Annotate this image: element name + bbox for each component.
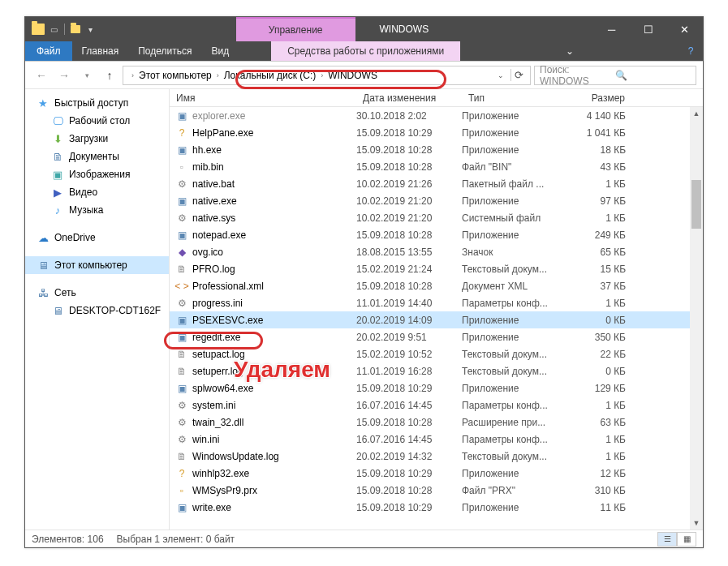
view-icons-button[interactable]: ▦ [677,532,696,547]
file-name: notepad.exe [192,229,356,241]
file-row[interactable]: ⚙progress.ini11.01.2019 14:40Параметры к… [170,294,703,311]
file-row[interactable]: ⚙twain_32.dll15.09.2018 10:28Расширение … [170,414,703,431]
column-size[interactable]: Размер [567,92,632,104]
file-type: Текстовый докум... [462,349,567,360]
file-row[interactable]: ?winhlp32.exe15.09.2018 10:29Приложение1… [170,465,703,482]
nav-network-host[interactable]: 🖥DESKTOP-CDT162F [25,302,169,319]
scroll-down-icon[interactable]: ▼ [690,517,703,530]
qat-properties-icon[interactable]: ▭ [48,24,59,35]
file-row[interactable]: ⚙win.ini16.07.2016 14:45Параметры конф..… [170,431,703,448]
column-type[interactable]: Тип [462,92,567,104]
ribbon-help-icon[interactable]: ? [678,41,703,61]
search-input[interactable]: Поиск: WINDOWS 🔍 [534,66,696,85]
nav-downloads[interactable]: ⬇Загрузки [25,130,169,148]
file-row[interactable]: 🗎PFRO.log15.02.2019 21:24Текстовый докум… [170,260,703,277]
nav-desktop[interactable]: 🖵Рабочий стол [25,112,169,130]
nav-pictures[interactable]: ▣Изображения [25,165,169,183]
refresh-button[interactable]: ⟳ [510,69,527,81]
file-icon: ⚙ [174,399,189,412]
address-bar[interactable]: › Этот компьютер › Локальный диск (C:) ›… [123,66,531,85]
file-tab[interactable]: Файл [25,41,72,61]
file-type: Параметры конф... [462,298,567,309]
file-row[interactable]: ▣write.exe15.09.2018 10:29Приложение11 К… [170,499,703,516]
nav-up-button[interactable]: ↑ [100,66,119,85]
music-icon: ♪ [51,204,64,217]
file-name: hh.exe [192,144,356,156]
nav-network[interactable]: 🖧Сеть [25,284,169,302]
file-date: 20.02.2019 14:32 [356,451,462,462]
qat-new-folder-icon[interactable] [70,24,81,35]
file-row[interactable]: ⚙native.bat10.02.2019 21:26Пакетный файл… [170,175,703,192]
nav-documents[interactable]: 🗎Документы [25,148,169,165]
column-name[interactable]: Имя [170,92,356,104]
breadcrumb-this-pc[interactable]: Этот компьютер [136,70,215,81]
view-details-button[interactable]: ☰ [657,532,677,547]
chevron-right-icon[interactable]: › [217,71,219,79]
file-size: 65 КБ [567,247,626,258]
file-row[interactable]: ▣hh.exe15.09.2018 10:28Приложение18 КБ [170,141,703,158]
file-row[interactable]: ▣splwow64.exe15.09.2018 10:29Приложение1… [170,379,703,397]
minimize-button[interactable]: ─ [593,17,630,41]
file-size: 97 КБ [567,195,626,207]
file-row[interactable]: < >Professional.xml15.09.2018 10:28Докум… [170,277,703,294]
close-button[interactable]: ✕ [666,17,703,41]
file-size: 0 КБ [567,315,626,326]
file-row[interactable]: ⚙system.ini16.07.2016 14:45Параметры кон… [170,397,703,414]
file-date: 15.09.2018 10:29 [356,127,462,139]
nav-this-pc[interactable]: 🖥Этот компьютер [25,256,169,274]
qat-customize-icon[interactable]: ▾ [84,24,96,35]
file-row[interactable]: ?HelpPane.exe15.09.2018 10:29Приложение1… [170,124,703,141]
file-size: 63 КБ [567,417,626,428]
tab-app-tools[interactable]: Средства работы с приложениями [271,41,460,61]
chevron-right-icon[interactable]: › [321,71,323,79]
file-row[interactable]: ▣regedit.exe20.02.2019 9:51Приложение350… [170,328,703,345]
nav-music[interactable]: ♪Музыка [25,201,169,219]
nav-forward-button[interactable]: → [54,66,74,85]
file-date: 20.02.2019 9:51 [356,332,462,343]
contextual-tab-header: Управление [236,17,355,41]
address-dropdown-icon[interactable]: ⌄ [493,71,509,79]
cloud-icon: ☁ [37,231,50,244]
file-row[interactable]: 🗎WindowsUpdate.log20.02.2019 14:32Тексто… [170,448,703,465]
titlebar: ▭ ▾ Управление WINDOWS ─ ☐ ✕ [25,17,703,41]
maximize-button[interactable]: ☐ [630,17,666,41]
file-name: write.exe [192,502,356,513]
chevron-right-icon[interactable]: › [131,71,134,79]
file-row[interactable]: ▣notepad.exe15.09.2018 10:28Приложение24… [170,226,703,243]
file-date: 30.10.2018 2:02 [356,110,462,122]
breadcrumb-folder[interactable]: WINDOWS [325,70,381,81]
nav-quick-access[interactable]: ★Быстрый доступ [25,94,169,112]
file-icon: ◆ [174,246,189,259]
file-row[interactable]: ▫WMSysPr9.prx15.09.2018 10:28Файл "PRX"3… [170,482,703,499]
nav-onedrive[interactable]: ☁OneDrive [25,229,169,247]
nav-history-dropdown[interactable]: ▾ [77,66,97,85]
column-date[interactable]: Дата изменения [356,92,462,104]
file-size: 43 КБ [567,161,626,173]
file-row[interactable]: ▣explorer.exe30.10.2018 2:02Приложение4 … [170,107,703,124]
scrollbar[interactable]: ▲ ▼ [690,107,703,530]
file-row[interactable]: ▫mib.bin15.09.2018 10:28Файл "BIN"43 КБ [170,158,703,175]
file-size: 11 КБ [567,502,626,513]
file-row[interactable]: 🗎setupact.log15.02.2019 10:52Текстовый д… [170,345,703,362]
scroll-up-icon[interactable]: ▲ [690,107,703,120]
nav-back-button[interactable]: ← [32,66,51,85]
file-name: native.bat [192,178,356,190]
file-row[interactable]: ◆ovg.ico18.08.2015 13:55Значок65 КБ [170,243,703,260]
file-size: 310 КБ [567,485,626,496]
file-row[interactable]: ⚙native.sys10.02.2019 21:20Системный фай… [170,209,703,226]
desktop-icon: 🖵 [51,114,64,127]
ribbon-expand-icon[interactable]: ⌄ [558,41,582,61]
file-row[interactable]: ▣native.exe10.02.2019 21:20Приложение97 … [170,192,703,209]
file-row[interactable]: ▣PSEXESVC.exe20.02.2019 14:09Приложение0… [170,311,703,328]
file-date: 15.09.2018 10:29 [356,502,462,513]
file-row[interactable]: 🗎setuperr.log11.01.2019 16:28Текстовый д… [170,362,703,379]
tab-share[interactable]: Поделиться [128,41,201,61]
breadcrumb-drive[interactable]: Локальный диск (C:) [221,70,320,81]
file-type: Приложение [462,127,567,139]
tab-home[interactable]: Главная [72,41,129,61]
file-name: system.ini [192,400,356,411]
tab-view[interactable]: Вид [201,41,239,61]
scroll-thumb[interactable] [691,180,701,229]
nav-videos[interactable]: ▶Видео [25,183,169,201]
file-name: ovg.ico [192,247,356,258]
